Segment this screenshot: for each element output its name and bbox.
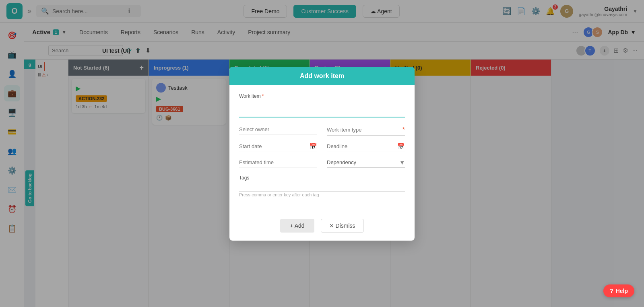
select-owner-field: [239, 126, 317, 136]
start-date-cal-icon[interactable]: 📅: [310, 143, 317, 150]
modal-header: Add work item: [229, 67, 415, 85]
tags-label: Tags: [239, 175, 405, 181]
tags-input[interactable]: [239, 183, 405, 189]
modal-body: Work item * *: [229, 85, 415, 212]
work-item-input[interactable]: [239, 101, 405, 117]
owner-type-row: *: [239, 126, 405, 143]
work-item-type-input-wrapper: *: [327, 126, 405, 136]
work-item-field: Work item *: [239, 93, 405, 119]
tags-field: Tags Press comma or enter key after each…: [239, 175, 405, 197]
tags-input-wrapper: [239, 182, 405, 192]
modal-overlay: Add work item Work item *: [0, 0, 644, 307]
select-owner-input-wrapper: [239, 126, 317, 134]
deadline-input[interactable]: [327, 143, 397, 149]
dependency-arrow-icon: ▼: [399, 159, 405, 166]
work-item-type-required: *: [402, 126, 405, 134]
estimated-time-input[interactable]: [239, 159, 317, 165]
work-item-type-input[interactable]: [327, 127, 402, 133]
add-work-item-modal: Add work item Work item *: [229, 67, 415, 241]
dependency-label: Dependency: [327, 159, 356, 165]
start-date-wrapper: 📅: [239, 143, 317, 152]
modal-title: Add work item: [300, 72, 344, 79]
dependency-field: Dependency ▼: [327, 159, 405, 168]
dates-row: 📅 📅: [239, 143, 405, 159]
work-item-required: *: [262, 93, 264, 99]
deadline-wrapper: 📅: [327, 143, 405, 152]
help-button[interactable]: ? Help: [603, 284, 634, 297]
tags-hint: Press comma or enter key after each tag: [239, 192, 405, 197]
estimated-time-field: [239, 159, 317, 168]
work-item-type-field: *: [327, 126, 405, 136]
work-item-label: Work item *: [239, 93, 405, 99]
modal-footer: + Add ✕ Dismiss: [229, 212, 415, 241]
start-date-field: 📅: [239, 143, 317, 152]
add-button[interactable]: + Add: [280, 219, 314, 233]
est-dep-row: Dependency ▼: [239, 159, 405, 175]
dependency-dropdown[interactable]: Dependency ▼: [327, 159, 405, 168]
help-icon: ?: [610, 288, 613, 294]
start-date-input[interactable]: [239, 143, 310, 149]
estimated-time-wrapper: [239, 159, 317, 167]
deadline-field: 📅: [327, 143, 405, 152]
deadline-cal-icon[interactable]: 📅: [397, 143, 405, 150]
help-label: Help: [616, 288, 628, 294]
dismiss-button[interactable]: ✕ Dismiss: [321, 219, 364, 233]
select-owner-input[interactable]: [239, 126, 317, 132]
